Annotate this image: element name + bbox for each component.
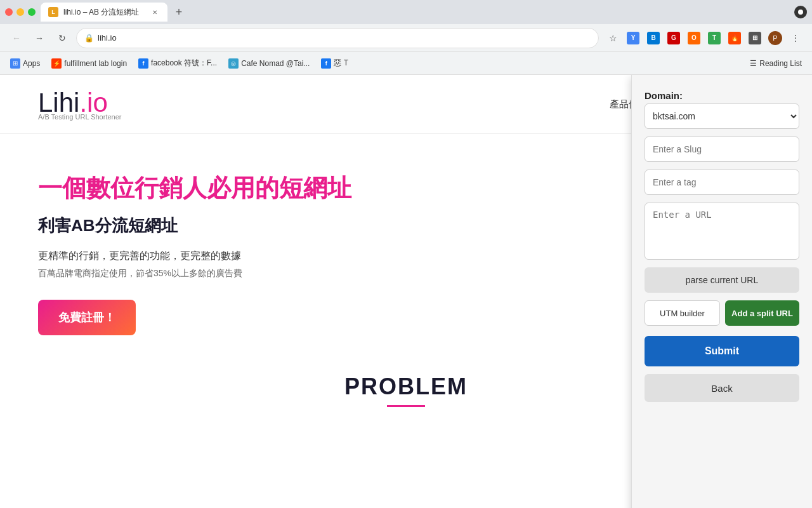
tab-title: lihi.io – AB 分流短網址 xyxy=(63,7,145,18)
chrome-window: L lihi.io – AB 分流短網址 ✕ + ← → ↻ 🔒 lihi.io… xyxy=(0,0,812,508)
submit-button[interactable]: Submit xyxy=(645,336,799,366)
nav-bar: ← → ↻ 🔒 lihi.io ☆ Y B G O T xyxy=(0,24,812,52)
add-split-url-button[interactable]: Add a split URL xyxy=(725,300,799,326)
bookmark-facebook[interactable]: f facebook 符號：F... xyxy=(133,55,222,71)
utm-builder-button[interactable]: UTM builder xyxy=(645,300,720,326)
bookmark-star-button[interactable]: ☆ xyxy=(604,29,622,47)
cafe-nomad-favicon: ◎ xyxy=(228,58,239,69)
security-lock-icon: 🔒 xyxy=(84,34,94,43)
bookmark-cafe-nomad[interactable]: ◎ Cafe Nomad @Tai... xyxy=(223,56,315,71)
close-button[interactable] xyxy=(5,8,13,16)
recording-indicator xyxy=(794,6,807,18)
site-logo: Lihi.io A/B Testing URL Shortener xyxy=(38,88,121,121)
address-text: lihi.io xyxy=(98,33,591,43)
minimize-button[interactable] xyxy=(16,8,24,16)
bookmark-apps[interactable]: ⊞ Apps xyxy=(5,56,45,71)
bing-icon: B xyxy=(647,32,660,44)
domain-section: Domain: bktsai.com xyxy=(645,90,799,129)
reading-list-icon: ☰ xyxy=(750,59,757,68)
bookmarks-bar: ⊞ Apps ⚡ fulfillment lab login f faceboo… xyxy=(0,52,812,75)
facebook-favicon: f xyxy=(138,58,148,69)
avatar: P xyxy=(768,31,782,45)
reading-list-label: Reading List xyxy=(759,59,802,68)
nav-icons: ☆ Y B G O T 🔥 ⊞ P xyxy=(604,29,804,47)
tab-favicon: L xyxy=(48,7,58,17)
extension-google-translate-2[interactable]: T xyxy=(705,29,723,47)
tab-close-button[interactable]: ✕ xyxy=(150,7,160,17)
new-tab-button[interactable]: + xyxy=(170,3,188,21)
action-buttons-row: UTM builder Add a split URL xyxy=(645,300,799,326)
parse-url-button[interactable]: parse current URL xyxy=(645,267,799,293)
traffic-lights xyxy=(5,8,36,16)
extension-translate[interactable]: Y xyxy=(624,29,642,47)
active-tab[interactable]: L lihi.io – AB 分流短網址 ✕ xyxy=(41,3,167,22)
reading-list-button[interactable]: ☰ Reading List xyxy=(745,57,807,70)
content-area: Lihi.io A/B Testing URL Shortener 產品優勢 使… xyxy=(0,75,812,508)
extension-fire[interactable]: 🔥 xyxy=(726,29,743,47)
fulfillment-favicon: ⚡ xyxy=(51,58,62,69)
extensions-button[interactable]: ⊞ xyxy=(746,29,764,47)
domain-label: Domain: xyxy=(645,90,799,101)
maximize-button[interactable] xyxy=(28,8,36,16)
puzzle-icon: ⊞ xyxy=(749,32,761,44)
problem-underline xyxy=(387,405,425,407)
tag-input[interactable] xyxy=(645,170,799,195)
back-button[interactable]: ← xyxy=(8,29,25,47)
bookmark-apps-label: Apps xyxy=(23,59,40,68)
tab-bar: L lihi.io – AB 分流短網址 ✕ + xyxy=(41,3,789,22)
extension-grammarly[interactable]: G xyxy=(665,29,683,47)
address-bar[interactable]: 🔒 lihi.io xyxy=(76,28,599,48)
refresh-button[interactable]: ↻ xyxy=(53,29,71,47)
cta-button[interactable]: 免費註冊！ xyxy=(38,300,136,335)
bookmark-fulfillment-label: fulfillment lab login xyxy=(64,59,127,68)
recording-dot xyxy=(798,10,803,15)
bookmark-evil-t-label: 惡 T xyxy=(334,58,348,69)
chrome-menu-button[interactable]: ⋮ xyxy=(787,29,804,47)
slug-input[interactable] xyxy=(645,137,799,162)
logo-subtitle: A/B Testing URL Shortener xyxy=(38,113,121,121)
grammarly-icon: G xyxy=(667,32,680,44)
bookmark-cafe-nomad-label: Cafe Nomad @Tai... xyxy=(241,59,310,68)
green-ext-icon: T xyxy=(708,32,721,44)
url-textarea[interactable] xyxy=(645,203,799,260)
evil-t-favicon: f xyxy=(321,58,331,69)
bookmark-evil-t[interactable]: f 惡 T xyxy=(316,55,353,71)
extension-orange[interactable]: O xyxy=(685,29,703,47)
fire-icon: 🔥 xyxy=(728,32,741,44)
user-profile-button[interactable]: P xyxy=(766,29,784,47)
orange-ext-icon: O xyxy=(688,32,700,44)
title-bar: L lihi.io – AB 分流短網址 ✕ + xyxy=(0,0,812,24)
popup-panel: Domain: bktsai.com parse current URL UTM… xyxy=(631,75,812,508)
apps-favicon: ⊞ xyxy=(10,58,20,69)
back-button[interactable]: Back xyxy=(645,374,799,402)
translate-icon: Y xyxy=(627,32,639,44)
forward-button[interactable]: → xyxy=(30,29,48,47)
bookmark-facebook-label: facebook 符號：F... xyxy=(151,58,217,69)
extension-bing[interactable]: B xyxy=(645,29,662,47)
bookmark-fulfillment[interactable]: ⚡ fulfillment lab login xyxy=(46,56,132,71)
domain-select[interactable]: bktsai.com xyxy=(645,104,799,129)
